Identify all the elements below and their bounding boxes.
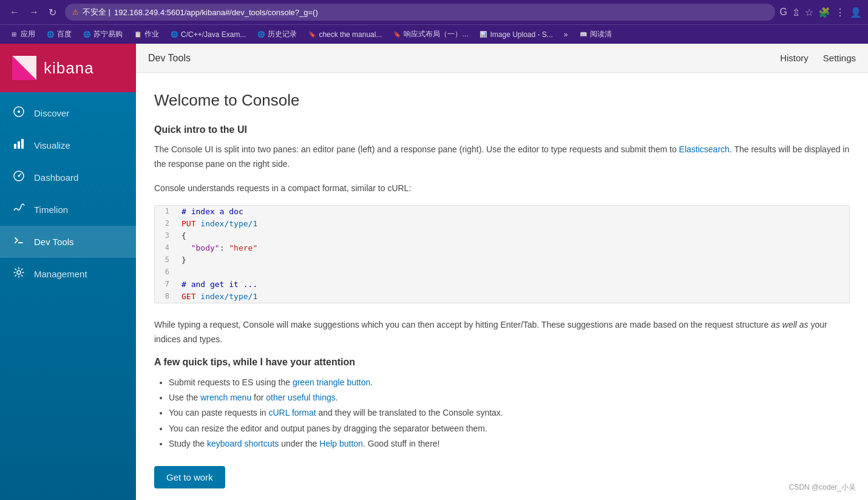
sidebar-item-devtools-label: Dev Tools: [34, 237, 74, 247]
sidebar-item-discover[interactable]: Discover: [0, 97, 136, 129]
wrench-menu-link[interactable]: wrench menu: [200, 393, 251, 402]
get-path: index/type/1: [200, 292, 257, 301]
bookmark-history[interactable]: 🌐 历史记录: [252, 27, 302, 41]
tips-title: A few quick tips, while I have your atte…: [154, 357, 850, 368]
bookmark-zuoye[interactable]: 📋 作业: [129, 27, 164, 41]
bookmark-baidu[interactable]: 🌐 百度: [41, 27, 76, 41]
code-line-1: 1 # index a doc: [155, 206, 849, 218]
welcome-panel: Welcome to Console Quick intro to the UI…: [136, 73, 868, 500]
bookmark-cpp-label: C/C++/Java Exam...: [181, 30, 246, 39]
management-icon: [12, 266, 25, 282]
bookmark-apps-label: 应用: [21, 29, 35, 39]
curl-format-link[interactable]: cURL format: [269, 408, 316, 417]
extensions-icon[interactable]: 🧩: [818, 7, 830, 18]
account-icon[interactable]: 👤: [850, 7, 862, 18]
code-content-5: }: [177, 254, 849, 266]
devtools-icon: [12, 234, 25, 249]
bookmark-responsive[interactable]: 🔖 响应式布局（一）...: [388, 27, 473, 41]
sidebar-logo-text: kibana: [44, 59, 94, 78]
code-line-4: 4 "body": "here": [155, 242, 849, 254]
manual-icon: 🔖: [308, 30, 316, 39]
nav-buttons: ← → ↻: [6, 4, 60, 21]
bookmark-responsive-label: 响应式布局（一）...: [404, 29, 468, 39]
sidebar-item-devtools[interactable]: Dev Tools: [0, 226, 136, 258]
code-content-3: {: [177, 230, 849, 242]
sidebar-item-management-label: Management: [34, 269, 87, 279]
sidebar-item-visualize-label: Visualize: [34, 140, 70, 150]
bookmark-apps[interactable]: ⊞ 应用: [5, 27, 40, 41]
line-num-7: 7: [155, 279, 177, 288]
settings-link[interactable]: Settings: [823, 53, 856, 63]
put-path: index/type/1: [200, 219, 257, 228]
translate-icon[interactable]: G: [780, 7, 787, 18]
url-text: 不安全 |: [83, 7, 110, 18]
get-to-work-button[interactable]: Get to work: [154, 466, 225, 488]
bookmark-icon[interactable]: ☆: [805, 7, 813, 18]
devtools-header: Dev Tools History Settings: [136, 44, 868, 73]
elasticsearch-link[interactable]: Elasticsearch: [679, 144, 730, 154]
image-upload-icon: 📊: [479, 30, 487, 39]
visualize-icon: [12, 138, 25, 153]
history-link[interactable]: History: [780, 53, 809, 63]
code-line-3: 3 {: [155, 230, 849, 242]
code-content-4: "body": "here": [177, 242, 849, 254]
back-button[interactable]: ←: [6, 4, 23, 20]
bookmark-read[interactable]: 📖 阅读清: [574, 27, 617, 41]
sidebar-item-management[interactable]: Management: [0, 258, 136, 290]
discover-icon: [12, 106, 25, 121]
code-content-8: GET index/type/1: [177, 291, 849, 302]
bookmark-manual[interactable]: 🔖 check the manual...: [303, 29, 387, 41]
svg-rect-5: [18, 141, 20, 149]
bookmark-more-label: »: [564, 30, 568, 39]
line-num-2: 2: [155, 218, 177, 228]
sidebar-item-dashboard[interactable]: Dashboard: [0, 161, 136, 194]
intro-paragraph-1: The Console UI is split into two panes: …: [154, 143, 850, 172]
help-button-link[interactable]: Help button: [319, 439, 363, 448]
dashboard-icon: [12, 170, 25, 185]
keyboard-shortcuts-link[interactable]: keyboard shortcuts: [207, 439, 279, 448]
code-content-7: # and get it ...: [177, 279, 849, 290]
bookmark-suning[interactable]: 🌐 苏宁易购: [78, 27, 127, 41]
kibana-logo-icon: [12, 56, 36, 80]
sidebar-item-timelion-label: Timelion: [34, 204, 68, 215]
tip-item-4: You can resize the editor and output pan…: [169, 421, 850, 436]
useful-things-link[interactable]: other useful things: [266, 393, 335, 402]
line-num-5: 5: [155, 254, 177, 264]
refresh-button[interactable]: ↻: [45, 4, 60, 21]
code-line-6: 6: [155, 266, 849, 279]
bookmark-suning-label: 苏宁易购: [93, 29, 123, 39]
svg-rect-4: [14, 144, 16, 149]
sidebar-item-visualize[interactable]: Visualize: [0, 129, 136, 161]
history-bk-icon: 🌐: [257, 30, 265, 39]
sidebar-logo: kibana: [0, 44, 136, 92]
responsive-icon: 🔖: [393, 30, 401, 39]
bookmark-cpp[interactable]: 🌐 C/C++/Java Exam...: [165, 29, 251, 41]
forward-button[interactable]: →: [25, 4, 42, 20]
green-triangle-link[interactable]: green triangle button: [293, 377, 370, 387]
browser-chrome: ← → ↻ ⚠ 不安全 | 192.168.249.4:5601/app/kib…: [0, 0, 868, 24]
tip-item-3: You can paste requests in cURL format an…: [169, 405, 850, 421]
code-content-2: PUT index/type/1: [177, 218, 849, 229]
browser-toolbar-icons: G ⇫ ☆ 🧩 ⋮ 👤: [780, 7, 862, 18]
code-line-5: 5 }: [155, 254, 849, 266]
value-here: "here": [229, 243, 257, 252]
sidebar-item-timelion[interactable]: Timelion: [0, 194, 136, 226]
bookmark-more[interactable]: »: [559, 29, 573, 41]
line-num-6: 6: [155, 266, 177, 276]
address-bar[interactable]: ⚠ 不安全 | 192.168.249.4:5601/app/kibana#/d…: [65, 4, 775, 21]
bookmark-manual-label: check the manual...: [319, 30, 382, 39]
bookmark-baidu-label: 百度: [57, 29, 72, 39]
menu-icon[interactable]: ⋮: [835, 7, 845, 18]
tip-item-5: Study the keyboard shortcuts under the H…: [169, 436, 850, 451]
line-num-3: 3: [155, 230, 177, 240]
devtools-actions: History Settings: [780, 53, 856, 63]
svg-rect-6: [21, 139, 24, 149]
bookmark-image-upload[interactable]: 📊 Image Upload - S...: [474, 29, 557, 41]
main-content: Dev Tools History Settings Welcome to Co…: [136, 44, 868, 500]
tip-item-2: Use the wrench menu for other useful thi…: [169, 390, 850, 405]
baidu-icon: 🌐: [46, 30, 55, 39]
zuoye-icon: 📋: [134, 30, 142, 39]
line-num-8: 8: [155, 291, 177, 300]
code-line-7: 7 # and get it ...: [155, 279, 849, 291]
share-icon[interactable]: ⇫: [792, 7, 800, 18]
